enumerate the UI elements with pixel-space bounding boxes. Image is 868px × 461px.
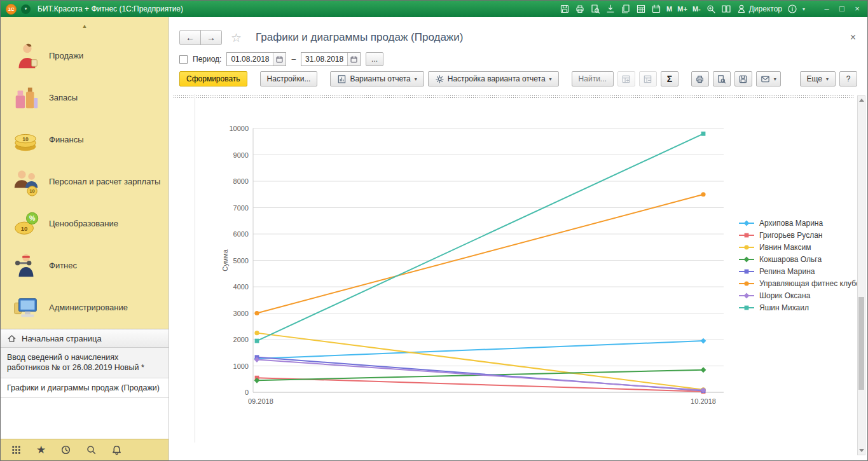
legend-marker-icon: [738, 268, 755, 275]
sigma-icon: Σ: [667, 74, 672, 84]
legend-marker-icon: [738, 256, 755, 263]
period-from-value[interactable]: 01.08.2018: [227, 55, 273, 64]
copy-icon[interactable]: [621, 4, 631, 14]
sections-scroll-up[interactable]: ▲: [1, 17, 169, 35]
svg-text:10: 10: [21, 225, 28, 232]
generate-button[interactable]: Сформировать: [179, 71, 247, 86]
sidebar-item-fitness[interactable]: Фитнес: [1, 245, 169, 287]
info-chevron-icon[interactable]: ▾: [803, 6, 805, 12]
forward-button[interactable]: →: [200, 30, 222, 45]
legend-marker-icon: [738, 219, 755, 227]
print-icon[interactable]: [575, 4, 585, 14]
memory-m-plus-button[interactable]: M+: [677, 5, 687, 13]
svg-text:10: 10: [29, 188, 35, 194]
chevron-down-icon: ▾: [25, 6, 27, 11]
vertical-scrollbar[interactable]: [857, 95, 865, 455]
sidebar-item-finance[interactable]: 10Финансы: [1, 119, 169, 161]
period-checkbox[interactable]: [179, 55, 188, 64]
section-splitter[interactable]: [173, 95, 853, 99]
back-arrow-icon: ←: [186, 32, 195, 43]
collapse-groups-icon: [643, 74, 652, 84]
admin-icon: [11, 293, 41, 322]
save-report-button[interactable]: [734, 71, 752, 86]
report-output: 0100020003000400050006000700080009000100…: [169, 92, 867, 460]
svg-text:0: 0: [245, 389, 249, 396]
open-window-item[interactable]: Графики и диаграммы продаж (Продажи): [1, 378, 169, 398]
window-close-button[interactable]: ×: [852, 4, 862, 14]
print-preview-icon[interactable]: [590, 4, 600, 14]
sidebar-item-pricing[interactable]: 10%Ценообразование: [1, 203, 169, 245]
preview-button[interactable]: [713, 71, 731, 86]
report-variants-button[interactable]: Варианты отчета ▾: [330, 71, 424, 86]
zoom-icon[interactable]: [706, 4, 716, 14]
scroll-up-button[interactable]: [858, 96, 865, 104]
user-icon: [736, 4, 747, 14]
panels-icon[interactable]: [721, 4, 731, 14]
more-label: Еще: [807, 74, 822, 83]
chevron-down-icon: ▾: [774, 76, 776, 82]
collapse-groups-button: [639, 71, 657, 86]
favorite-star-icon[interactable]: ☆: [231, 31, 242, 45]
legend-label: Кокшарова Ольга: [759, 255, 822, 264]
main-menu-button[interactable]: ▾: [21, 4, 31, 14]
home-label: Начальная страница: [22, 334, 102, 343]
help-button[interactable]: ?: [839, 71, 857, 86]
legend-label: Управляющая фитнес клубом: [759, 279, 865, 288]
export-icon[interactable]: [605, 4, 616, 14]
svg-text:7000: 7000: [233, 204, 249, 212]
save-icon[interactable]: [560, 4, 570, 14]
period-more-button[interactable]: ...: [366, 52, 383, 66]
more-button[interactable]: Еще ▾: [800, 71, 836, 86]
find-label: Найти...: [579, 74, 607, 83]
send-email-button[interactable]: ▾: [756, 71, 781, 86]
period-label: Период:: [193, 55, 221, 64]
print-button[interactable]: [691, 71, 709, 86]
back-button[interactable]: ←: [179, 30, 201, 45]
sidebar-item-home[interactable]: Начальная страница: [1, 329, 169, 348]
period-to-calendar-button[interactable]: [347, 53, 360, 65]
legend-item: Ивнин Максим: [738, 242, 865, 252]
close-form-icon[interactable]: ×: [848, 32, 858, 43]
open-window-item[interactable]: Ввод сведений о начислениях работников №…: [1, 348, 169, 378]
legend-label: Репина Марина: [759, 267, 815, 276]
memory-m-minus-button[interactable]: M-: [692, 5, 701, 13]
scrollbar-thumb[interactable]: [858, 297, 864, 390]
menu-grid-icon[interactable]: [11, 444, 22, 455]
scroll-down-button[interactable]: [858, 447, 865, 455]
settings-button[interactable]: Настройки...: [260, 71, 318, 86]
minimize-button[interactable]: –: [822, 4, 832, 14]
period-to-field[interactable]: 31.08.2018: [301, 52, 361, 66]
sidebar-item-admin[interactable]: Администрирование: [1, 287, 169, 329]
legend-item: Управляющая фитнес клубом: [738, 279, 865, 288]
period-from-field[interactable]: 01.08.2018: [226, 52, 286, 66]
history-icon[interactable]: [60, 444, 71, 455]
calculator-icon[interactable]: [636, 4, 646, 14]
sidebar-item-staff[interactable]: 10Персонал и расчет зарплаты: [1, 161, 169, 203]
memory-m-button[interactable]: M: [666, 5, 672, 13]
legend-marker-icon: [738, 280, 755, 287]
sidebar-item-label: Запасы: [49, 93, 78, 103]
section-panel: ▲ ПродажиЗапасы10Финансы10Персонал и рас…: [1, 17, 169, 460]
current-user[interactable]: Директор: [736, 4, 782, 14]
legend-marker-icon: [738, 304, 755, 312]
info-icon[interactable]: [787, 4, 797, 14]
sidebar-item-stock[interactable]: Запасы: [1, 77, 169, 119]
sales-icon: [11, 41, 41, 71]
report-variants-label: Варианты отчета: [350, 74, 410, 83]
period-to-value[interactable]: 31.08.2018: [301, 55, 347, 64]
favorites-icon[interactable]: ★: [36, 444, 46, 455]
variant-setup-button[interactable]: Настройка варианта отчета ▾: [428, 71, 559, 86]
calendar-icon[interactable]: [651, 4, 661, 14]
period-from-calendar-button[interactable]: [273, 53, 286, 65]
maximize-button[interactable]: □: [837, 4, 847, 14]
pricing-icon: 10%: [11, 209, 41, 238]
svg-text:1000: 1000: [233, 362, 249, 370]
variant-setup-label: Настройка варианта отчета: [448, 74, 546, 83]
sum-button[interactable]: Σ: [661, 71, 679, 86]
svg-text:6000: 6000: [233, 230, 249, 238]
sidebar-item-sales[interactable]: Продажи: [1, 35, 169, 77]
window-title: БИТ.Красота + Фитнес (1С:Предприятие): [38, 4, 555, 13]
search-icon[interactable]: [86, 444, 97, 455]
find-button[interactable]: Найти...: [572, 71, 614, 86]
notifications-bell-icon[interactable]: [111, 444, 122, 455]
